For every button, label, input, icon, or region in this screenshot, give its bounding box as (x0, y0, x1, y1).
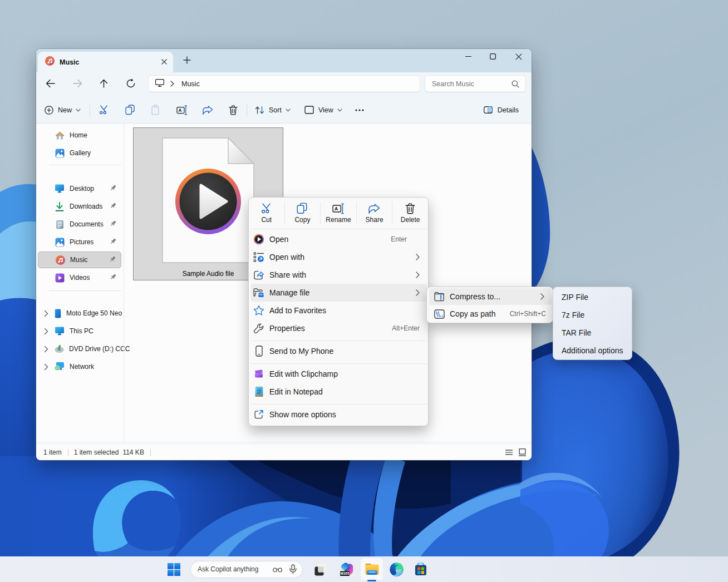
svg-text:M365: M365 (341, 571, 350, 575)
